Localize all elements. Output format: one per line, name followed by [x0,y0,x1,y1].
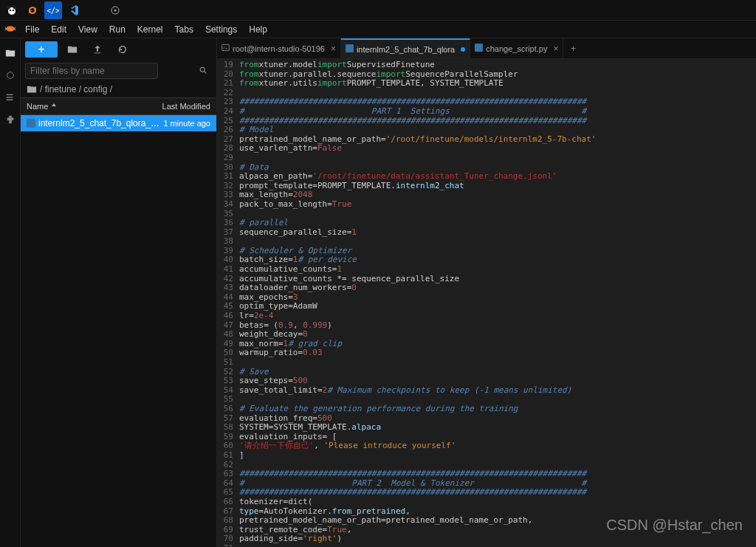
jupyter-icon [3,21,18,36]
close-icon[interactable]: × [553,44,558,54]
extensions-icon[interactable] [1,109,19,130]
tab[interactable]: internlm2_5_chat_7b_qlora [341,38,470,58]
dirty-icon [461,47,465,52]
editor-area: root@intern-studio-50196×internlm2_5_cha… [217,38,756,547]
refresh-icon[interactable] [24,1,41,19]
upload-icon[interactable] [87,39,108,60]
file-list-header: Name Last Modified [21,97,216,115]
running-icon[interactable] [1,65,19,86]
svg-point-3 [10,9,12,11]
tab-label: change_script.py [486,44,547,53]
add-tab-button[interactable]: + [563,38,583,58]
svg-point-12 [200,67,205,72]
svg-text:</>: </> [47,7,59,15]
svg-rect-11 [6,100,13,100]
filter-input[interactable] [25,63,158,79]
tab-label: root@intern-studio-50196 [233,44,325,53]
code-editor[interactable]: 19from xtuner.model import SupervisedFin… [217,59,756,547]
menu-settings[interactable]: Settings [199,22,243,37]
menu-help[interactable]: Help [243,22,273,37]
close-icon[interactable]: × [331,44,336,54]
file-name: internlm2_5_chat_7b_qlora_alpac... [38,118,163,128]
tab-icon [221,44,230,53]
breadcrumb-path: / finetune / config / [40,84,112,94]
svg-rect-14 [222,44,230,50]
svg-point-2 [13,5,16,8]
menubar: FileEditViewRunKernelTabsSettingsHelp [0,21,756,38]
svg-point-4 [13,9,15,11]
menu-view[interactable]: View [72,22,103,37]
menu-tabs[interactable]: Tabs [169,22,199,37]
folder-icon[interactable] [1,43,19,63]
svg-rect-9 [6,94,13,95]
svg-rect-10 [6,97,13,97]
file-browser: + / finetune / config / Name Last Modifi… [21,38,217,547]
tab-label: internlm2_5_chat_7b_qlora [357,45,455,54]
tab-icon [475,44,483,53]
svg-rect-16 [475,44,483,52]
breadcrumb[interactable]: / finetune / config / [21,81,216,97]
tab[interactable]: change_script.py× [470,38,563,58]
file-browser-toolbar: + [21,38,216,61]
toc-icon[interactable] [1,87,19,108]
refresh-icon[interactable] [112,39,133,60]
header-modified[interactable]: Last Modified [162,102,210,111]
svg-point-1 [7,5,10,8]
titlebar: </> [0,0,756,21]
svg-point-8 [7,72,13,79]
new-folder-icon[interactable] [62,39,83,60]
svg-point-7 [114,9,117,11]
vscode-icon[interactable] [65,1,83,19]
svg-rect-15 [346,44,354,52]
tabbar: root@intern-studio-50196×internlm2_5_cha… [217,38,756,59]
svg-rect-13 [27,119,35,128]
activitybar [0,38,21,547]
header-name[interactable]: Name [27,102,57,111]
tab-icon [346,44,354,54]
menu-run[interactable]: Run [103,22,131,37]
file-row[interactable]: internlm2_5_chat_7b_qlora_alpac...1 minu… [21,115,216,131]
panda-icon[interactable] [3,1,21,19]
blank-icon [86,1,103,19]
target-icon[interactable] [106,1,124,19]
new-launcher-button[interactable]: + [25,41,58,58]
tab[interactable]: root@intern-studio-50196× [217,38,341,58]
code-icon[interactable]: </> [44,1,62,19]
search-icon [199,66,207,77]
menu-file[interactable]: File [19,22,45,37]
file-modified: 1 minute ago [163,119,210,128]
menu-kernel[interactable]: Kernel [131,22,169,37]
py-icon [27,119,38,128]
menu-edit[interactable]: Edit [45,22,72,37]
